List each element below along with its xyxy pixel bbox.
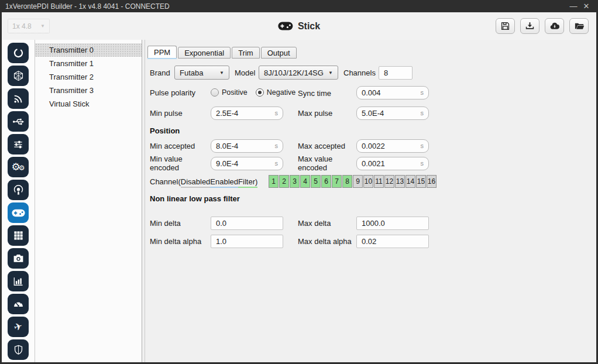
channels-label: Channels — [343, 68, 377, 77]
nav-item-transmitter-1[interactable]: Transmitter 1 — [35, 57, 142, 70]
sidebar-rss-icon[interactable] — [8, 88, 29, 109]
row-brand-model: Brand Futaba▼ Model 8J/10J/12K/14SG▼ Cha… — [150, 66, 592, 80]
open-folder-button[interactable] — [569, 18, 589, 34]
chevron-down-icon: ▼ — [219, 70, 224, 75]
save-button[interactable] — [496, 18, 515, 34]
tabbar: PPM Exponential Trim Output — [147, 46, 592, 59]
sidebar-grid-icon[interactable] — [8, 225, 29, 246]
version-select[interactable]: 1x 4.8 ▼ — [8, 19, 50, 33]
unit-label: s — [421, 89, 424, 96]
channel-box-13[interactable]: 13 — [395, 175, 405, 188]
channel-box-4[interactable]: 4 — [300, 175, 310, 188]
max-value-encoded-input[interactable]: 0.0021 s — [356, 157, 429, 170]
sidebar-podcast-icon[interactable] — [8, 180, 29, 200]
radio-negative[interactable]: Negative — [256, 88, 295, 97]
channel-boxes: 12345678910111213141516 — [269, 175, 437, 188]
channel-box-1[interactable]: 1 — [269, 175, 279, 188]
sidebar-usb-icon[interactable] — [8, 111, 29, 132]
download-icon — [524, 20, 535, 32]
max-delta-label: Max delta — [298, 219, 356, 228]
nav-item-transmitter-2[interactable]: Transmitter 2 — [35, 70, 142, 84]
max-accepted-label: Max accepted — [298, 142, 356, 150]
tab-trim[interactable]: Trim — [232, 47, 260, 59]
version-select-value: 1x 4.8 — [12, 22, 32, 30]
min-delta-alpha-label: Min delta alpha — [150, 237, 211, 246]
radio-positive[interactable]: Positive — [211, 88, 248, 97]
nav-panel: Transmitter 0 Transmitter 1 Transmitter … — [35, 40, 142, 362]
min-accepted-input[interactable]: 8.0E-4 s — [211, 139, 283, 153]
min-value-encoded-input[interactable]: 9.0E-4 s — [211, 157, 283, 170]
chevron-down-icon: ▼ — [40, 23, 45, 29]
channel-box-9[interactable]: 9 — [353, 175, 363, 188]
sidebar-plane-icon[interactable]: ✈ — [8, 317, 29, 337]
channel-box-2[interactable]: 2 — [279, 175, 289, 188]
close-button[interactable]: ✕ — [580, 2, 593, 11]
download-button[interactable] — [520, 18, 539, 34]
min-delta-alpha-input[interactable]: 1.0 — [211, 235, 283, 248]
sync-time-label: Sync time — [298, 89, 331, 98]
sidebar-gamepad-icon[interactable] — [8, 202, 29, 223]
channel-box-14[interactable]: 14 — [405, 175, 415, 188]
channel-box-7[interactable]: 7 — [332, 175, 342, 188]
nav-item-transmitter-0[interactable]: Transmitter 0 — [35, 43, 142, 57]
model-select[interactable]: 8J/10J/12K/14SG▼ — [259, 66, 338, 80]
sidebar-shield-icon[interactable] — [8, 339, 29, 360]
brand-select[interactable]: Futaba▼ — [174, 66, 229, 80]
sidebar-sliders-icon[interactable] — [8, 134, 29, 154]
minimize-button[interactable]: — — [567, 2, 580, 11]
legend-filter: Filter — [238, 177, 255, 188]
position-section-title: Position — [150, 126, 592, 136]
max-delta-alpha-input[interactable]: 0.02 — [356, 235, 429, 248]
nllpf-section-title: Non linear low pass filter — [150, 194, 592, 204]
channel-box-12[interactable]: 12 — [384, 175, 394, 188]
folder-open-icon — [573, 20, 585, 32]
app-window: 1x 4.8 ▼ Stick — [2, 12, 596, 362]
legend-disabled: Disabled — [181, 177, 211, 188]
min-pulse-input[interactable]: 2.5E-4 s — [211, 107, 283, 120]
channel-box-11[interactable]: 11 — [374, 175, 384, 188]
radio-icon — [256, 88, 264, 97]
row-delta-alpha: Min delta alpha 1.0 Max delta alpha 0.02 — [150, 234, 592, 248]
sidebar-gears-icon[interactable]: ⚙⚙ — [8, 157, 29, 177]
row-delta: Min delta 0.0 Max delta 1000.0 — [150, 216, 592, 230]
sidebar-hexagon-mesh-icon[interactable] — [8, 66, 29, 86]
tab-output[interactable]: Output — [261, 47, 297, 59]
channel-box-16[interactable]: 16 — [427, 175, 437, 188]
nav-item-transmitter-3[interactable]: Transmitter 3 — [35, 84, 142, 97]
max-pulse-input[interactable]: 5.0E-4 s — [356, 107, 429, 120]
header: 1x 4.8 ▼ Stick — [2, 12, 596, 40]
tab-exponential[interactable]: Exponential — [178, 47, 231, 59]
row-polarity-sync: Pulse polarity Positive Negative 0.004 s — [150, 85, 592, 99]
row-pulse: Min pulse 2.5E-4 s Max pulse 5.0E-4 s — [150, 106, 592, 120]
sidebar-gauge-icon[interactable] — [8, 294, 29, 314]
channel-box-8[interactable]: 8 — [342, 175, 352, 188]
pulse-polarity-label: Pulse polarity — [150, 88, 211, 97]
max-accepted-input[interactable]: 0.0022 s — [356, 139, 429, 153]
sidebar-bar-chart-icon[interactable] — [8, 271, 29, 291]
row-value-encoded: Min value encoded 9.0E-4 s Max value enc… — [150, 156, 592, 170]
body: ⚙⚙ — [2, 40, 596, 362]
tab-ppm[interactable]: PPM — [147, 46, 177, 59]
channel-box-15[interactable]: 15 — [416, 175, 426, 188]
min-delta-input[interactable]: 0.0 — [211, 217, 283, 230]
sidebar-camera-icon[interactable] — [8, 248, 29, 269]
min-pulse-label: Min pulse — [150, 109, 211, 118]
cloud-download-icon — [549, 20, 561, 32]
channel-box-6[interactable]: 6 — [321, 175, 331, 188]
channel-box-3[interactable]: 3 — [290, 175, 300, 188]
channel-box-10[interactable]: 10 — [363, 175, 373, 188]
channel-box-5[interactable]: 5 — [311, 175, 321, 188]
nav-item-virtual-stick[interactable]: Virtual Stick — [35, 97, 142, 111]
sync-time-input[interactable]: 0.004 s — [356, 86, 429, 99]
save-icon — [500, 20, 511, 32]
sidebar-ring-icon[interactable] — [8, 43, 29, 63]
min-accepted-label: Min accepted — [150, 142, 211, 150]
page-title-group: Stick — [278, 12, 320, 40]
max-delta-input[interactable]: 1000.0 — [356, 217, 429, 230]
cloud-button[interactable] — [545, 18, 564, 34]
channels-input[interactable]: 8 — [379, 66, 413, 80]
gamepad-icon — [278, 21, 293, 31]
legend-enabled: Enabled — [210, 177, 238, 188]
max-value-encoded-label: Max value encoded — [298, 154, 356, 172]
titlebar: 1xVerontePDI Builder - 1x v4.8 4041 - CO… — [0, 0, 598, 12]
